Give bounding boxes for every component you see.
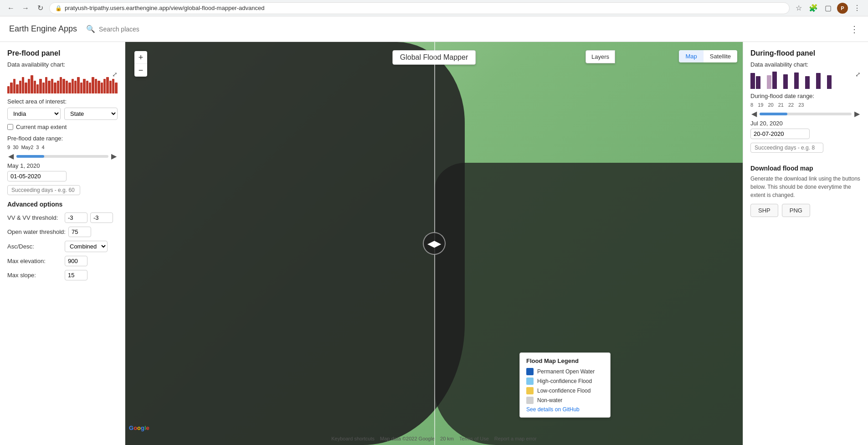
chart-bar <box>25 83 27 93</box>
slider-prev-button[interactable]: ◀ <box>7 152 15 160</box>
download-flood-map-title: Download flood map <box>750 165 861 172</box>
vv-threshold-input2[interactable] <box>90 212 113 223</box>
map-type-buttons: Map Satellite <box>679 50 737 62</box>
chart-bar <box>98 81 100 93</box>
download-description: Generate the download link using the but… <box>750 175 861 199</box>
preflood-date-display: May 1, 2020 <box>7 162 118 169</box>
chart-bar <box>54 83 56 93</box>
during-slider-prev[interactable]: ◀ <box>750 109 758 118</box>
max-elevation-row: Max elevation: <box>7 256 118 266</box>
chart-bar <box>89 83 91 93</box>
split-handle[interactable]: ◀▶ <box>423 232 446 255</box>
browser-chrome: ← → ↻ 🔒 pratyush-tripathy.users.eartheng… <box>0 0 868 16</box>
during-chart-bar <box>767 75 771 89</box>
report-map-error[interactable]: Report a map error <box>494 436 537 441</box>
area-selectors: India State <box>7 108 118 120</box>
chart-bar <box>80 83 82 93</box>
browser-actions: ☆ 🧩 ▢ P ⋮ <box>793 3 863 14</box>
app-header: Earth Engine Apps 🔍 ⋮ <box>0 16 868 42</box>
chart-bar <box>22 77 24 93</box>
map-type-satellite[interactable]: Satellite <box>704 50 737 62</box>
map-type-map[interactable]: Map <box>679 50 703 62</box>
preflood-date-input[interactable] <box>7 171 67 181</box>
shp-download-button[interactable]: SHP <box>750 204 778 217</box>
country-select[interactable]: India <box>7 108 61 120</box>
during-chart-bar <box>750 73 755 89</box>
chart-expand-button[interactable]: ⤢ <box>112 71 118 78</box>
browser-menu-icon[interactable]: ⋮ <box>852 3 863 14</box>
app-menu-button[interactable]: ⋮ <box>850 24 859 35</box>
chart-bar <box>115 83 117 93</box>
bookmark-icon[interactable]: ☆ <box>793 3 804 14</box>
google-logo: Google <box>129 424 149 431</box>
open-water-row: Open water threshold: <box>7 227 118 237</box>
during-chart-bar <box>827 75 832 89</box>
forward-button[interactable]: → <box>20 3 31 14</box>
vv-threshold-input1[interactable] <box>65 212 87 223</box>
chart-bar <box>39 79 41 93</box>
map-area[interactable]: + − Global Flood Mapper Layers Map Satel… <box>125 42 743 445</box>
tab-icon[interactable]: ▢ <box>822 3 833 14</box>
legend-item-high: High-confidence Flood <box>526 378 604 385</box>
legend-title: Flood Map Legend <box>526 357 604 364</box>
keyboard-shortcuts[interactable]: Keyboard shortcuts <box>331 436 375 441</box>
chart-bar <box>66 81 68 93</box>
during-date-input[interactable] <box>750 129 810 139</box>
open-water-input[interactable] <box>68 227 91 237</box>
chart-bar <box>16 84 18 93</box>
layers-button[interactable]: Layers <box>586 50 615 63</box>
combined-select[interactable]: Combined <box>65 241 108 252</box>
user-avatar[interactable]: P <box>837 3 848 14</box>
zoom-in-button[interactable]: + <box>134 51 147 64</box>
during-flood-chart: ⤢ <box>750 71 861 89</box>
chart-bar <box>36 84 39 93</box>
chart-bar <box>106 77 108 93</box>
during-slider-next[interactable]: ▶ <box>853 109 861 118</box>
map-scale: 20 km <box>440 436 454 441</box>
back-button[interactable]: ← <box>5 3 16 14</box>
extensions-icon[interactable]: 🧩 <box>808 3 819 14</box>
during-succeeding-days[interactable] <box>750 143 823 153</box>
app-title: Earth Engine Apps <box>9 24 77 34</box>
legend-label-high: High-confidence Flood <box>537 378 592 384</box>
chart-bar <box>28 79 30 93</box>
terms-of-use[interactable]: Terms of Use <box>459 436 489 441</box>
current-map-extent-checkbox[interactable] <box>7 124 13 130</box>
chart-bar <box>95 79 97 93</box>
search-input[interactable] <box>99 26 190 33</box>
chart-bar <box>7 86 10 93</box>
advanced-options-title: Advanced options <box>7 201 118 208</box>
zoom-out-button[interactable]: − <box>134 64 147 77</box>
during-slider-track[interactable] <box>760 113 852 115</box>
github-link[interactable]: See details on GitHub <box>526 406 604 413</box>
slider-next-button[interactable]: ▶ <box>110 152 118 160</box>
lock-icon: 🔒 <box>55 5 62 11</box>
vv-threshold-row: VV & VV threshold: <box>7 212 118 223</box>
state-select[interactable]: State <box>64 108 118 120</box>
legend-label-low: Low-confidence Flood <box>537 388 591 394</box>
data-availability-label: Data availability chart: <box>7 61 118 68</box>
reload-button[interactable]: ↻ <box>35 3 46 14</box>
search-bar: 🔍 <box>86 25 268 33</box>
chart-bar <box>42 83 45 93</box>
max-elevation-input[interactable] <box>65 256 87 266</box>
left-panel: Pre-flood panel Data availability chart:… <box>0 42 125 445</box>
download-buttons: SHP PNG <box>750 204 861 217</box>
url-bar[interactable]: 🔒 pratyush-tripathy.users.earthengine.ap… <box>49 2 790 14</box>
during-date-display: Jul 20, 2020 <box>750 120 861 127</box>
legend-item-nonwater: Non-water <box>526 397 604 404</box>
legend-label-permanent: Permanent Open Water <box>537 368 595 375</box>
during-chart-bar <box>783 74 788 89</box>
during-chart-bar <box>772 72 777 89</box>
preflood-succeeding-days[interactable] <box>7 185 80 195</box>
area-of-interest-label: Select area of interest: <box>7 98 118 105</box>
max-slope-input[interactable] <box>65 270 87 280</box>
slider-track[interactable] <box>16 155 108 158</box>
preflood-slider-row: ◀ ▶ <box>7 152 118 160</box>
chart-bar <box>45 77 47 93</box>
legend-color-low <box>526 387 534 394</box>
png-download-button[interactable]: PNG <box>782 204 810 217</box>
during-slider-row: ◀ ▶ <box>750 109 861 118</box>
zoom-controls: + − <box>134 51 147 77</box>
during-chart-expand-button[interactable]: ⤢ <box>855 71 861 78</box>
